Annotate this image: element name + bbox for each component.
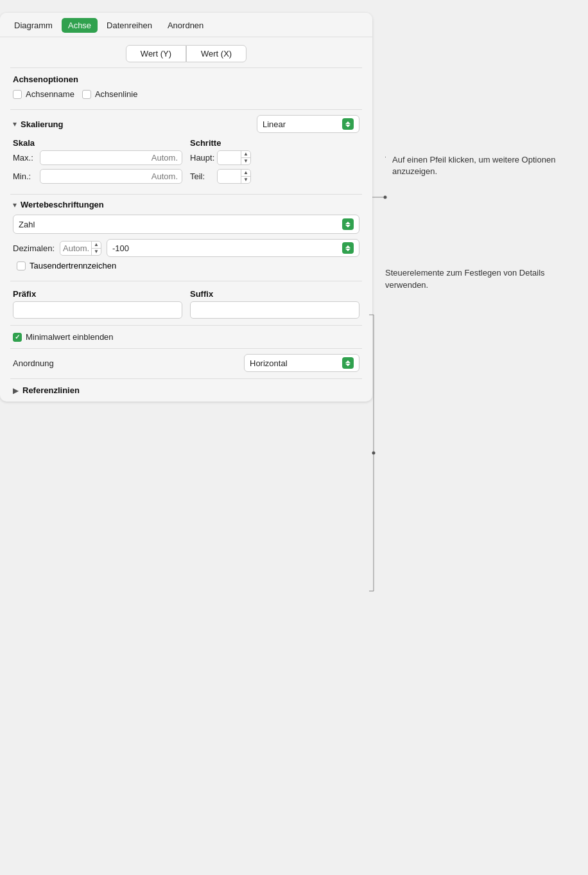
achsenname-label: Achsenname xyxy=(26,89,74,99)
tab-achse[interactable]: Achse xyxy=(62,18,98,33)
scale-grid: Skala Max.: Min.: Schritte Haupt: xyxy=(13,138,359,188)
teil-arrows: ▲ ▼ xyxy=(241,170,250,183)
praefix-input[interactable] xyxy=(13,301,182,319)
num-arr-down xyxy=(345,249,350,251)
achsenoptionen-row: Achsenname Achsenlinie xyxy=(13,89,359,99)
skalierung-header: ▾ Skalierung Linear xyxy=(13,115,359,133)
dezimalen-stepper: ▲ ▼ xyxy=(60,241,101,256)
tausend-checkbox[interactable] xyxy=(17,261,26,270)
skalierung-stepper-icon xyxy=(342,118,354,130)
axis-y-button[interactable]: Wert (Y) xyxy=(126,45,186,62)
haupt-up-arrow[interactable]: ▲ xyxy=(241,151,250,158)
haupt-row: Haupt: 4 ▲ ▼ xyxy=(190,150,359,165)
skalierung-chevron[interactable]: ▾ xyxy=(13,119,17,128)
minimalwert-checkbox[interactable] xyxy=(13,333,22,342)
tab-diagramm[interactable]: Diagramm xyxy=(8,18,59,33)
min-input[interactable] xyxy=(40,169,182,184)
skalierung-select[interactable]: Linear xyxy=(257,115,359,133)
teil-label: Teil: xyxy=(190,172,213,181)
haupt-stepper: 4 ▲ ▼ xyxy=(217,150,251,165)
dez-up-arrow[interactable]: ▲ xyxy=(92,242,101,249)
schritte-title: Schritte xyxy=(190,138,359,148)
teil-input[interactable]: 1 xyxy=(218,170,241,183)
ref-title: Referenzlinien xyxy=(22,385,80,395)
number-select[interactable]: -100 xyxy=(107,239,359,257)
haupt-label: Haupt: xyxy=(190,153,213,163)
skala-col: Skala Max.: Min.: xyxy=(13,138,182,188)
anordnung-value: Horizontal xyxy=(250,358,288,368)
dezimalen-row: Dezimalen: ▲ ▼ -100 xyxy=(13,239,359,257)
format-value: Zahl xyxy=(19,220,35,229)
skala-title: Skala xyxy=(13,138,182,148)
praefix-section: Präfix Suffix xyxy=(0,281,372,325)
tab-datenreihen[interactable]: Datenreihen xyxy=(100,18,159,33)
suffix-col: Suffix xyxy=(190,289,359,319)
achsenoptionen-section: Achsenoptionen Achsenname Achsenlinie xyxy=(0,68,372,109)
tab-anordnen[interactable]: Anordnen xyxy=(161,18,210,33)
arr-down-icon xyxy=(345,125,350,127)
achsenlinie-checkbox-label[interactable]: Achsenlinie xyxy=(82,89,138,99)
format-arr-up xyxy=(345,222,350,224)
haupt-down-arrow[interactable]: ▼ xyxy=(241,158,250,164)
anordnung-row: Anordnung Horizontal xyxy=(13,354,359,372)
haupt-arrows: ▲ ▼ xyxy=(241,151,250,164)
suffix-title: Suffix xyxy=(190,289,359,299)
praefix-grid: Präfix Suffix xyxy=(13,289,359,319)
min-row: Min.: xyxy=(13,169,182,184)
dezimalen-arrows: ▲ ▼ xyxy=(91,242,101,255)
minimalwert-text: Minimalwert einblenden xyxy=(26,332,114,342)
werte-header: ▾ Wertebeschriftungen xyxy=(13,200,359,209)
achsenlinie-label: Achsenlinie xyxy=(95,89,138,99)
anordnung-section: Anordnung Horizontal xyxy=(0,349,372,378)
dez-down-arrow[interactable]: ▼ xyxy=(92,249,101,255)
arrow-annotation-text: Auf einen Pfeil klicken, um weitere Opti… xyxy=(392,154,588,177)
axis-x-button[interactable]: Wert (X) xyxy=(186,45,246,62)
ref-header: ▶ Referenzlinien xyxy=(13,385,359,395)
axis-selector: Wert (Y) Wert (X) xyxy=(0,37,372,67)
anord-arr-up xyxy=(345,360,350,363)
format-stepper-icon xyxy=(342,218,354,230)
anord-arr-down xyxy=(345,364,350,366)
praefix-title: Präfix xyxy=(13,289,182,299)
haupt-input[interactable]: 4 xyxy=(218,151,241,164)
format-arr-down xyxy=(345,225,350,227)
steuer-annotation-text: Steuerelemente zum Festlegen von Details… xyxy=(385,267,588,290)
anordnung-stepper-icon xyxy=(342,357,354,369)
teil-row: Teil: 1 ▲ ▼ xyxy=(190,169,359,184)
num-arr-up xyxy=(345,245,350,248)
achsenlinie-checkbox[interactable] xyxy=(82,90,91,99)
minimalwert-section: Minimalwert einblenden xyxy=(0,326,372,348)
max-input[interactable] xyxy=(40,150,182,165)
werte-title: Wertebeschriftungen xyxy=(21,200,104,209)
teil-stepper: 1 ▲ ▼ xyxy=(217,169,251,184)
skalierung-section: ▾ Skalierung Linear Skala xyxy=(0,110,372,194)
achsenname-checkbox[interactable] xyxy=(13,90,22,99)
arrow-annotation: Auf einen Pfeil klicken, um weitere Opti… xyxy=(385,154,588,177)
schritte-col: Schritte Haupt: 4 ▲ ▼ Teil: xyxy=(190,138,359,188)
skalierung-value: Linear xyxy=(263,119,286,129)
max-row: Max.: xyxy=(13,150,182,165)
arr-up-icon xyxy=(345,121,350,124)
minimalwert-label[interactable]: Minimalwert einblenden xyxy=(13,332,359,342)
teil-up-arrow[interactable]: ▲ xyxy=(241,170,250,177)
number-stepper-icon xyxy=(342,242,354,254)
ref-section: ▶ Referenzlinien xyxy=(0,379,372,402)
format-select[interactable]: Zahl xyxy=(13,215,359,234)
achsenoptionen-title: Achsenoptionen xyxy=(13,75,359,84)
praefix-col: Präfix xyxy=(13,289,182,319)
teil-down-arrow[interactable]: ▼ xyxy=(241,177,250,183)
werte-chevron[interactable]: ▾ xyxy=(13,200,17,209)
tausend-label: Tausendertrennzeichen xyxy=(30,261,116,270)
anordnung-select[interactable]: Horizontal xyxy=(244,354,359,372)
tab-bar: Diagramm Achse Datenreihen Anordnen xyxy=(0,13,372,37)
steuer-annotation: Steuerelemente zum Festlegen von Details… xyxy=(385,267,588,290)
ref-chevron[interactable]: ▶ xyxy=(13,386,19,395)
number-value: -100 xyxy=(112,243,129,253)
min-label: Min.: xyxy=(13,172,36,181)
dezimalen-input[interactable] xyxy=(60,242,91,255)
wertebeschriftungen-section: ▾ Wertebeschriftungen Zahl Dezimalen: ▲ xyxy=(0,195,372,281)
achsenname-checkbox-label[interactable]: Achsenname xyxy=(13,89,74,99)
suffix-input[interactable] xyxy=(190,301,359,319)
skalierung-title: Skalierung xyxy=(21,119,63,129)
anordnung-label: Anordnung xyxy=(13,358,54,368)
